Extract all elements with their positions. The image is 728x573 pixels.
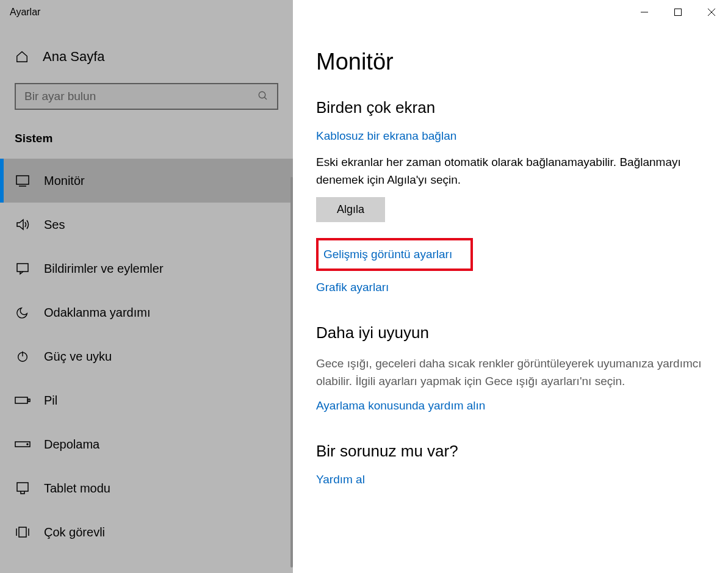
sidebar-item-label: Güç ve uyku bbox=[44, 350, 112, 364]
section-label: Sistem bbox=[0, 122, 293, 159]
detect-button[interactable]: Algıla bbox=[316, 197, 385, 222]
sidebar-item-label: Bildirimler ve eylemler bbox=[44, 262, 164, 276]
home-icon bbox=[15, 49, 29, 64]
search-icon bbox=[258, 90, 268, 103]
multitask-icon bbox=[15, 524, 31, 540]
monitor-icon bbox=[15, 173, 31, 189]
maximize-icon bbox=[674, 8, 682, 16]
power-icon bbox=[15, 348, 31, 364]
svg-rect-11 bbox=[15, 397, 27, 403]
search-placeholder: Bir ayar bulun bbox=[24, 90, 96, 103]
sleep-help-link[interactable]: Ayarlama konusunda yardım alın bbox=[316, 399, 485, 413]
svg-rect-1 bbox=[674, 9, 681, 16]
settings-window: Ayarlar Ana Sayfa Bir ayar bulun bbox=[0, 0, 728, 573]
sidebar-item-tablet[interactable]: Tablet modu bbox=[0, 466, 293, 510]
main-panel: Monitör Birden çok ekran Kablosuz bir ek… bbox=[293, 24, 728, 573]
notifications-icon bbox=[15, 261, 31, 276]
minimize-button[interactable] bbox=[627, 0, 661, 24]
wireless-display-link[interactable]: Kablosuz bir ekrana bağlan bbox=[316, 129, 456, 143]
svg-rect-15 bbox=[17, 483, 28, 491]
section-heading-question: Bir sorunuz mu var? bbox=[316, 442, 710, 461]
sidebar: Ana Sayfa Bir ayar bulun Sistem Monitör bbox=[0, 24, 293, 573]
sidebar-item-notifications[interactable]: Bildirimler ve eylemler bbox=[0, 247, 293, 290]
sidebar-item-label: Tablet modu bbox=[44, 481, 110, 496]
battery-icon bbox=[15, 392, 31, 408]
home-label: Ana Sayfa bbox=[43, 49, 105, 65]
search-input[interactable]: Bir ayar bulun bbox=[15, 83, 278, 110]
tablet-icon bbox=[15, 480, 31, 496]
close-icon bbox=[707, 8, 716, 16]
svg-rect-12 bbox=[28, 399, 30, 402]
sound-icon bbox=[15, 217, 31, 232]
sidebar-item-battery[interactable]: Pil bbox=[0, 378, 293, 422]
moon-icon bbox=[15, 305, 31, 320]
sidebar-item-sound[interactable]: Ses bbox=[0, 203, 293, 247]
sidebar-item-label: Pil bbox=[44, 394, 57, 408]
sidebar-item-power[interactable]: Güç ve uyku bbox=[0, 334, 293, 378]
section-heading-multi-display: Birden çok ekran bbox=[316, 98, 710, 117]
titlebar: Ayarlar bbox=[0, 0, 728, 24]
section-heading-sleep-better: Daha iyi uyuyun bbox=[316, 323, 710, 342]
sidebar-item-label: Odaklanma yardımı bbox=[44, 306, 151, 320]
get-help-link[interactable]: Yardım al bbox=[316, 473, 365, 486]
svg-line-5 bbox=[264, 97, 267, 99]
svg-point-14 bbox=[27, 444, 28, 445]
home-link[interactable]: Ana Sayfa bbox=[0, 43, 293, 77]
svg-rect-8 bbox=[17, 264, 28, 272]
storage-icon bbox=[15, 436, 31, 452]
sidebar-item-multitask[interactable]: Çok görevli bbox=[0, 510, 293, 554]
window-title: Ayarlar bbox=[0, 7, 40, 18]
sleep-better-text: Gece ışığı, geceleri daha sıcak renkler … bbox=[316, 355, 710, 391]
page-title: Monitör bbox=[316, 49, 710, 75]
svg-rect-18 bbox=[19, 527, 26, 537]
sidebar-item-focus-assist[interactable]: Odaklanma yardımı bbox=[0, 290, 293, 334]
sidebar-item-storage[interactable]: Depolama bbox=[0, 422, 293, 466]
sidebar-item-label: Çok görevli bbox=[44, 525, 105, 539]
sidebar-item-label: Ses bbox=[44, 218, 65, 232]
sidebar-scrollbar[interactable] bbox=[290, 177, 293, 568]
sidebar-item-label: Depolama bbox=[44, 438, 99, 452]
content-area: Ana Sayfa Bir ayar bulun Sistem Monitör bbox=[0, 24, 728, 573]
legacy-display-text: Eski ekranlar her zaman otomatik olarak … bbox=[316, 154, 710, 189]
maximize-button[interactable] bbox=[661, 0, 694, 24]
graphics-settings-link[interactable]: Grafik ayarları bbox=[316, 281, 389, 294]
minimize-icon bbox=[640, 8, 649, 16]
sidebar-item-label: Monitör bbox=[44, 174, 85, 188]
sidebar-item-monitor[interactable]: Monitör bbox=[0, 159, 293, 203]
highlight-box: Gelişmiş görüntü ayarları bbox=[316, 238, 473, 271]
advanced-display-link[interactable]: Gelişmiş görüntü ayarları bbox=[323, 248, 452, 261]
close-button[interactable] bbox=[694, 0, 728, 24]
window-controls bbox=[627, 0, 728, 24]
svg-point-4 bbox=[259, 92, 265, 98]
svg-rect-6 bbox=[16, 176, 29, 184]
